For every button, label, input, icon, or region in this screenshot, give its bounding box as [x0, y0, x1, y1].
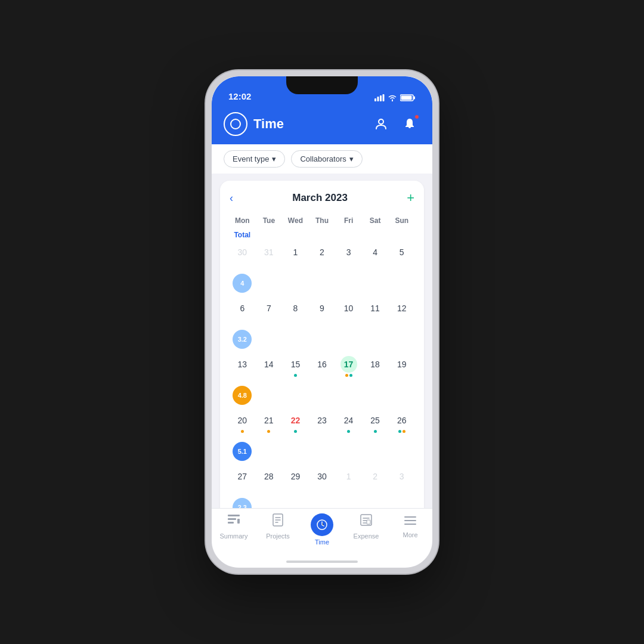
cal-day-16[interactable]: 16 [309, 354, 335, 381]
day-header-sun: Sun [389, 214, 414, 227]
cal-day-20[interactable]: 20 [230, 410, 255, 437]
svg-rect-0 [374, 98, 376, 101]
profile-button[interactable] [370, 113, 392, 135]
nav-projects[interactable]: Projects [256, 513, 300, 540]
cal-day-15[interactable]: 15 [283, 354, 308, 381]
event-type-label: Event type [233, 154, 269, 163]
nav-summary[interactable]: Summary [212, 513, 256, 540]
cal-day-5[interactable]: 5 [389, 242, 414, 269]
cal-day-10[interactable]: 10 [336, 298, 361, 325]
summary-icon [227, 513, 241, 530]
cal-day-14[interactable]: 14 [256, 354, 282, 381]
more-icon [404, 513, 417, 529]
event-type-filter[interactable]: Event type ▾ [224, 150, 285, 168]
app-logo [224, 112, 247, 136]
phone-inner: 12:02 [212, 76, 432, 568]
cal-day-24[interactable]: 24 [336, 410, 361, 437]
svg-rect-11 [228, 518, 236, 520]
calendar-week-3: 13 14 15 16 17 18 19 [230, 354, 414, 410]
phone-frame: 12:02 [206, 70, 438, 574]
cal-day-13[interactable]: 13 [230, 354, 255, 381]
time-circle [311, 513, 333, 536]
cal-day-21[interactable]: 21 [256, 410, 282, 437]
cal-day-11[interactable]: 11 [363, 298, 388, 325]
app-title: Time [253, 116, 284, 132]
nav-more[interactable]: More [388, 513, 432, 538]
battery-icon [400, 94, 416, 101]
cal-day-6[interactable]: 6 [230, 298, 255, 325]
logo-icon [230, 118, 242, 130]
calendar-header: ‹ March 2023 + [230, 190, 414, 206]
cal-day-7[interactable]: 7 [256, 298, 282, 325]
nav-expense[interactable]: Expense [344, 513, 388, 540]
cal-day-1[interactable]: 1 [283, 242, 308, 269]
cal-day-apr2[interactable]: 2 [363, 466, 388, 493]
profile-icon [374, 117, 388, 131]
cal-day-8[interactable]: 8 [283, 298, 308, 325]
wifi-icon [388, 94, 397, 101]
svg-point-7 [231, 119, 240, 129]
day-header-sat: Sat [363, 214, 388, 227]
cal-day-25[interactable]: 25 [363, 410, 388, 437]
svg-rect-2 [380, 95, 382, 101]
dot-24 [347, 430, 350, 433]
expense-icon [360, 513, 373, 530]
time-label: Time [315, 538, 329, 546]
calendar-week-4: 20 21 22 23 24 [230, 410, 414, 466]
nav-time[interactable]: Time [300, 513, 344, 546]
dot-22 [294, 430, 297, 433]
dot-17-orange [345, 374, 348, 377]
cal-day-2[interactable]: 2 [309, 242, 335, 269]
bell-icon [403, 117, 416, 131]
expense-label: Expense [354, 532, 379, 540]
calendar-week-5: 27 28 29 30 1 2 3 2.3 [230, 466, 414, 508]
status-time: 12:02 [228, 91, 251, 101]
cal-total-w5: 2.3 [230, 494, 255, 508]
svg-rect-3 [383, 94, 385, 101]
projects-icon [272, 513, 284, 530]
cal-day-28[interactable]: 28 [256, 466, 282, 493]
cal-day-19[interactable]: 19 [389, 354, 414, 381]
cal-day-18[interactable]: 18 [363, 354, 388, 381]
cal-day-29[interactable]: 29 [283, 466, 308, 493]
home-bar [286, 561, 358, 563]
svg-rect-13 [237, 519, 240, 524]
notifications-button[interactable] [399, 113, 420, 135]
notch [286, 76, 358, 94]
signal-icon [374, 94, 385, 101]
dot-17-teal [349, 374, 352, 377]
status-icons [374, 94, 416, 101]
svg-rect-5 [414, 97, 416, 100]
cal-day-23[interactable]: 23 [309, 410, 335, 437]
cal-day-9[interactable]: 9 [309, 298, 335, 325]
cal-day-apr3[interactable]: 3 [389, 466, 414, 493]
header-left: Time [224, 112, 284, 136]
cal-day-27[interactable]: 27 [230, 466, 255, 493]
cal-day-apr1[interactable]: 1 [336, 466, 361, 493]
calendar-week-1: 30 31 1 2 3 4 5 4 [230, 242, 414, 298]
cal-total-w2: 3.2 [230, 326, 255, 354]
dot-26-orange [402, 430, 405, 433]
status-bar: 12:02 [212, 76, 432, 106]
cal-day-26[interactable]: 26 [389, 410, 414, 437]
home-indicator [212, 556, 432, 568]
calendar-month: March 2023 [292, 192, 348, 204]
calendar-card: ‹ March 2023 + Mon Tue Wed Thu Fri Sat S… [220, 181, 424, 508]
cal-day-12[interactable]: 12 [389, 298, 414, 325]
day-header-wed: Wed [283, 214, 308, 227]
collaborators-chevron: ▾ [349, 154, 354, 163]
cal-day-17[interactable]: 17 [336, 354, 361, 381]
svg-rect-12 [228, 522, 234, 524]
cal-day-30b[interactable]: 30 [309, 466, 335, 493]
cal-day-22[interactable]: 22 [283, 410, 308, 437]
prev-month-button[interactable]: ‹ [230, 192, 233, 205]
day-header-tue: Tue [256, 214, 282, 227]
cal-day-30[interactable]: 30 [230, 242, 255, 269]
cal-day-31[interactable]: 31 [256, 242, 282, 269]
cal-day-4[interactable]: 4 [363, 242, 388, 269]
dot-15 [294, 374, 297, 377]
collaborators-filter[interactable]: Collaborators ▾ [291, 150, 362, 168]
cal-day-3[interactable]: 3 [336, 242, 361, 269]
dot-20 [241, 430, 244, 433]
add-event-button[interactable]: + [407, 190, 414, 206]
